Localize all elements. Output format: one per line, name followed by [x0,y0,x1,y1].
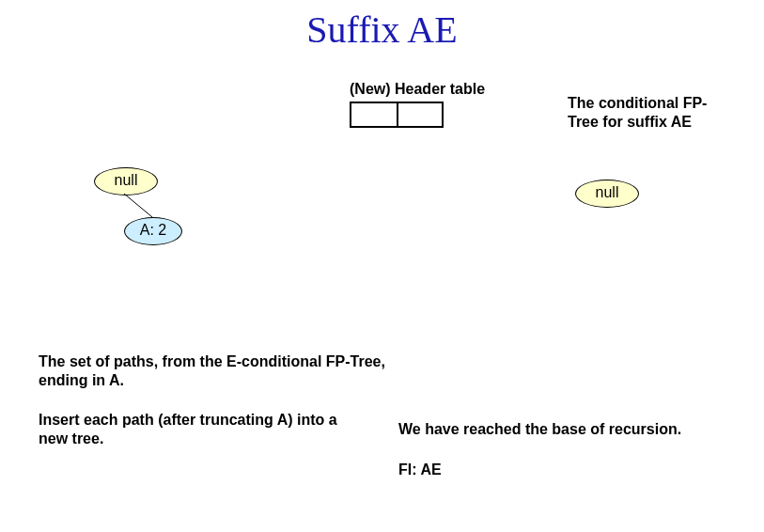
base-recursion-text: We have reached the base of recursion. [398,421,737,438]
header-table-divider [397,103,398,126]
header-table-box [350,102,444,128]
header-table-label: (New) Header table [350,81,485,98]
page-title: Suffix AE [0,8,764,52]
left-tree-edge [120,192,158,220]
left-tree-child-node: A: 2 [124,217,182,245]
svg-line-0 [124,194,152,217]
insert-description: Insert each path (after truncating A) in… [39,411,358,448]
conditional-fp-label: The conditional FP-Tree for suffix AE [568,94,727,132]
frequent-itemset-text: FI: AE [398,462,442,478]
paths-description: The set of paths, from the E-conditional… [39,352,386,390]
right-tree-root-node: null [575,180,639,208]
